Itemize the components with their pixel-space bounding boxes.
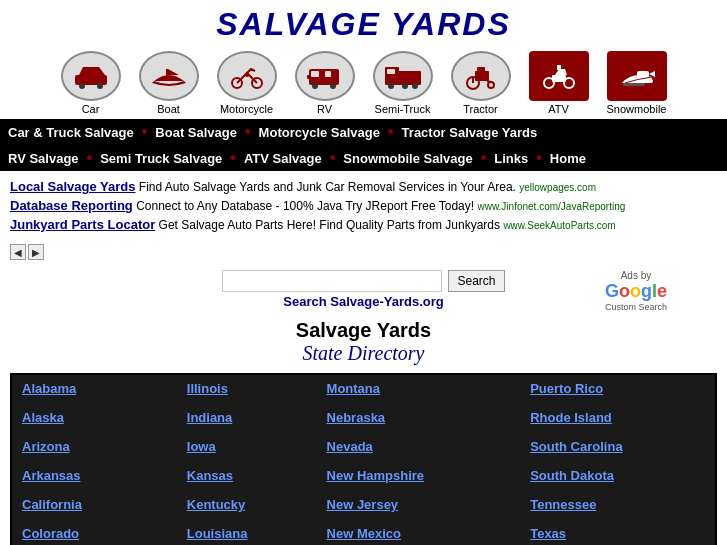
ad-link-2[interactable]: Database Reporting (10, 198, 133, 213)
nav-boat[interactable]: Boat Salvage (155, 125, 237, 140)
svg-line-24 (487, 81, 491, 82)
svg-rect-15 (387, 69, 395, 74)
states-container: AlabamaIllinoisMontanaPuerto RicoAlaskaI… (10, 373, 717, 545)
snowmobile-icon (607, 51, 667, 101)
state-link[interactable]: California (22, 497, 167, 512)
state-link[interactable]: Iowa (187, 439, 307, 454)
ad-link-1[interactable]: Local Salvage Yards (10, 179, 136, 194)
pagination: ◀ ▶ (0, 240, 727, 264)
nav-tractor[interactable]: Tractor Salvage Yards (402, 125, 538, 140)
svg-rect-27 (552, 75, 566, 82)
state-link[interactable]: Kentucky (187, 497, 307, 512)
ads-by: Ads by (621, 270, 652, 281)
state-link[interactable]: Texas (530, 526, 705, 541)
state-link[interactable]: Montana (327, 381, 511, 396)
header: SALVAGE YARDS (0, 0, 727, 45)
state-link[interactable]: South Carolina (530, 439, 705, 454)
state-link[interactable]: Indiana (187, 410, 307, 425)
svg-rect-28 (557, 65, 561, 70)
state-link[interactable]: Arkansas (22, 468, 167, 483)
svg-point-18 (412, 83, 418, 89)
svg-point-10 (312, 83, 318, 89)
vehicle-icons-row: Car Boat Motorcycle (0, 45, 727, 119)
state-link[interactable]: Alabama (22, 381, 167, 396)
svg-point-2 (97, 83, 103, 89)
state-link[interactable]: New Jersey (327, 497, 511, 512)
state-link[interactable]: New Hampshire (327, 468, 511, 483)
atv-label: ATV (548, 103, 569, 115)
nav-links[interactable]: Links (494, 151, 528, 166)
state-link[interactable]: Louisiana (187, 526, 307, 541)
ad-link-3[interactable]: Junkyard Parts Locator (10, 217, 155, 232)
state-link[interactable]: Arizona (22, 439, 167, 454)
motorcycle-icon (217, 51, 277, 101)
search-button[interactable]: Search (448, 270, 504, 292)
ad-desc-1: Find Auto Salvage Yards and Junk Car Rem… (139, 180, 516, 194)
vehicle-atv[interactable]: ATV (529, 51, 589, 115)
state-link[interactable]: Kansas (187, 468, 307, 483)
boat-label: Boat (157, 103, 180, 115)
state-link[interactable]: Alaska (22, 410, 167, 425)
svg-point-16 (388, 83, 394, 89)
state-link[interactable]: South Dakota (530, 468, 705, 483)
semitruck-icon (373, 51, 433, 101)
vehicle-motorcycle[interactable]: Motorcycle (217, 51, 277, 115)
state-link[interactable]: Rhode Island (530, 410, 705, 425)
search-label: Search Salvage-Yards.org (283, 294, 443, 309)
vehicle-semitruck[interactable]: Semi-Truck (373, 51, 433, 115)
tractor-label: Tractor (463, 103, 497, 115)
svg-rect-22 (477, 67, 485, 73)
svg-point-6 (245, 73, 249, 77)
ad-url-3: www.SeekAutoParts.com (503, 220, 615, 231)
search-input[interactable] (222, 270, 442, 292)
state-link[interactable]: Illinois (187, 381, 307, 396)
svg-point-31 (649, 79, 653, 83)
search-area: Search Search Salvage-Yards.org Ads by G… (0, 264, 727, 311)
state-link[interactable]: Puerto Rico (530, 381, 705, 396)
nav-atv[interactable]: ATV Salvage (244, 151, 322, 166)
state-link[interactable]: New Mexico (327, 526, 511, 541)
next-arrow[interactable]: ▶ (28, 244, 44, 260)
nav-snowmobile[interactable]: Snowmobile Salvage (343, 151, 472, 166)
states-table: AlabamaIllinoisMontanaPuerto RicoAlaskaI… (12, 375, 715, 545)
vehicle-car[interactable]: Car (61, 51, 121, 115)
ad-line-1: Local Salvage Yards Find Auto Salvage Ya… (10, 179, 717, 194)
nav-rv[interactable]: RV Salvage (8, 151, 79, 166)
nav-car-truck[interactable]: Car & Truck Salvage (8, 125, 134, 140)
state-link[interactable]: Nebraska (327, 410, 511, 425)
semitruck-label: Semi-Truck (375, 103, 431, 115)
rv-icon (295, 51, 355, 101)
site-title: SALVAGE YARDS (0, 6, 727, 43)
vehicle-snowmobile[interactable]: Snowmobile (607, 51, 667, 115)
svg-point-1 (79, 83, 85, 89)
state-link[interactable]: Nevada (327, 439, 511, 454)
svg-rect-9 (325, 71, 331, 77)
vehicle-tractor[interactable]: Tractor (451, 51, 511, 115)
motorcycle-label: Motorcycle (220, 103, 273, 115)
svg-point-20 (488, 82, 494, 88)
ad-desc-3: Get Salvage Auto Parts Here! Find Qualit… (159, 218, 500, 232)
svg-point-11 (330, 83, 336, 89)
svg-point-17 (402, 83, 408, 89)
google-custom-search: Custom Search (605, 302, 667, 312)
snowmobile-label: Snowmobile (607, 103, 667, 115)
vehicle-rv[interactable]: RV (295, 51, 355, 115)
prev-arrow[interactable]: ◀ (10, 244, 26, 260)
svg-rect-3 (166, 69, 168, 79)
nav-bar-2: RV Salvage • Semi Truck Salvage • ATV Sa… (0, 145, 727, 171)
svg-rect-29 (637, 71, 649, 77)
ad-line-2: Database Reporting Connect to Any Databa… (10, 198, 717, 213)
atv-icon (529, 51, 589, 101)
nav-motorcycle[interactable]: Motorcycle Salvage (259, 125, 380, 140)
google-logo: Google (605, 281, 667, 302)
nav-semitruck[interactable]: Semi Truck Salvage (100, 151, 222, 166)
state-link[interactable]: Colorado (22, 526, 167, 541)
vehicle-boat[interactable]: Boat (139, 51, 199, 115)
car-label: Car (82, 103, 100, 115)
rv-label: RV (317, 103, 332, 115)
nav-home[interactable]: Home (550, 151, 586, 166)
svg-rect-30 (623, 83, 645, 86)
state-link[interactable]: Tennessee (530, 497, 705, 512)
state-directory-title: State Directory (0, 342, 727, 365)
tractor-icon (451, 51, 511, 101)
